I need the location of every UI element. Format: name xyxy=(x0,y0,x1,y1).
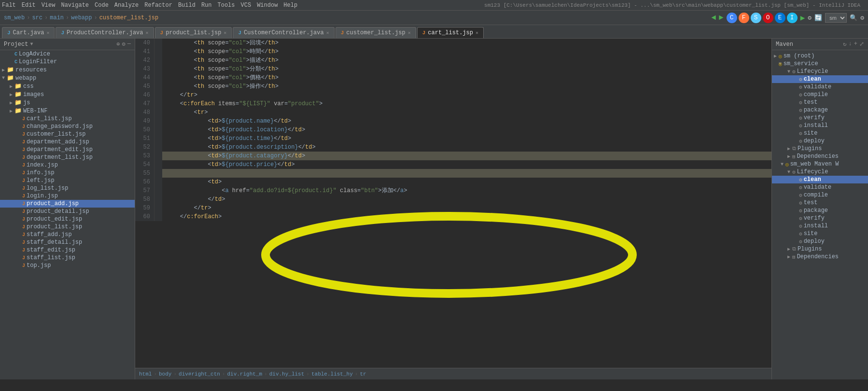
breadcrumb-src[interactable]: src xyxy=(32,14,42,21)
tab-close-cart-list[interactable]: ✕ xyxy=(476,30,478,36)
chrome-icon[interactable]: C xyxy=(727,13,737,23)
menu-code[interactable]: Code xyxy=(95,2,109,9)
tree-item-staff-add-jsp[interactable]: J staff_add.jsp xyxy=(0,231,135,238)
sidebar-minimize-icon[interactable]: — xyxy=(127,41,131,48)
tree-item-webapp[interactable]: ▼ 📁 webapp xyxy=(0,74,135,82)
tree-item-logadvice[interactable]: C LogAdvice xyxy=(0,50,135,58)
tab-cart-java[interactable]: J Cart.java ✕ xyxy=(2,27,55,38)
bc-table-list-hy[interactable]: table.list_hy xyxy=(311,371,353,377)
tab-customer-list-jsp[interactable]: J customer_list.jsp ✕ xyxy=(336,27,416,38)
search-icon[interactable]: 🔍 xyxy=(850,14,857,22)
tree-item-left-jsp[interactable]: J left.jsp xyxy=(0,177,135,184)
breadcrumb-webapp[interactable]: webapp xyxy=(71,14,92,21)
tab-close-customer-list[interactable]: ✕ xyxy=(408,30,411,36)
tree-item-webinf[interactable]: ▶ 📁 WEB-INF xyxy=(0,107,135,115)
tree-item-css[interactable]: ▶ 📁 css xyxy=(0,82,135,90)
menu-refactor[interactable]: Refactor xyxy=(144,2,172,9)
maven-dependencies-1[interactable]: ▶ ⊞ Dependencies xyxy=(772,153,868,160)
bc-tr[interactable]: tr xyxy=(360,371,366,377)
maven-deploy-1[interactable]: ⚙ deploy xyxy=(772,137,868,145)
tab-customer-controller[interactable]: J CustomerController.java ✕ xyxy=(233,27,334,38)
menu-analyze[interactable]: Analyze xyxy=(114,2,139,9)
menu-vcs[interactable]: VCS xyxy=(241,2,252,9)
maven-dependencies-2[interactable]: ▶ ⊞ Dependencies xyxy=(772,253,868,261)
tree-item-staff-detail-jsp[interactable]: J staff_detail.jsp xyxy=(0,238,135,246)
maven-sm-web[interactable]: ▼ ◎ sm_web Maven W xyxy=(772,160,868,168)
run-button[interactable]: ▶ xyxy=(800,13,805,23)
breadcrumb-sm-web[interactable]: sm_web xyxy=(4,14,25,21)
nav-back-icon[interactable]: ◄ xyxy=(711,14,716,22)
menu-edit[interactable]: Edit xyxy=(22,2,36,9)
tree-item-log-list-jsp[interactable]: J log_list.jsp xyxy=(0,184,135,192)
breadcrumb-main[interactable]: main xyxy=(50,14,64,21)
sync-icon[interactable]: 🔄 xyxy=(814,14,822,22)
maven-sm-root[interactable]: ▶ ◎ sm (root) xyxy=(772,52,868,60)
gear-icon[interactable]: ⚙ xyxy=(808,14,812,22)
maven-compile-1[interactable]: ⚙ compile xyxy=(772,91,868,98)
bc-div-right-ctn[interactable]: div#right_ctn xyxy=(179,371,220,377)
maven-sm-service[interactable]: ▼ ◎ sm_service xyxy=(772,60,868,68)
code-editor[interactable]: 40 <th scope="col">回境</th> 41 <th scope=… xyxy=(135,39,771,368)
maven-test-2[interactable]: ⚙ test xyxy=(772,199,868,207)
tab-close-product-list[interactable]: ✕ xyxy=(224,30,226,36)
tree-item-change-password-jsp[interactable]: J change_password.jsp xyxy=(0,123,135,130)
tree-item-staff-edit-jsp[interactable]: J staff_edit.jsp xyxy=(0,246,135,254)
maven-expand-icon[interactable]: ⤢ xyxy=(859,41,864,48)
tab-close-product-controller[interactable]: ✕ xyxy=(146,30,149,36)
tree-item-js[interactable]: ▶ 📁 js xyxy=(0,98,135,107)
tree-item-images[interactable]: ▶ 📁 images xyxy=(0,90,135,98)
safari-icon[interactable]: S xyxy=(751,13,761,23)
maven-plugins-1[interactable]: ▶ ⧉ Plugins xyxy=(772,145,868,153)
maven-site-1[interactable]: ⚙ site xyxy=(772,129,868,137)
tab-product-controller[interactable]: J ProductController.java ✕ xyxy=(56,27,154,38)
maven-verify-1[interactable]: ⚙ verify xyxy=(772,114,868,122)
maven-plugins-2[interactable]: ▶ ⧉ Plugins xyxy=(772,245,868,253)
tree-item-index-jsp[interactable]: J index.jsp xyxy=(0,161,135,169)
tree-item-cart-list-jsp[interactable]: J cart_list.jsp xyxy=(0,115,135,123)
maven-web-lifecycle[interactable]: ▼ ⚙ Lifecycle xyxy=(772,168,868,176)
maven-compile-2[interactable]: ⚙ compile xyxy=(772,191,868,199)
tree-item-top-jsp[interactable]: J top.jsp xyxy=(0,262,135,269)
maven-validate-1[interactable]: ⚙ validate xyxy=(772,83,868,91)
tree-item-dept-add-jsp[interactable]: J department_add.jsp xyxy=(0,138,135,146)
menu-view[interactable]: View xyxy=(42,2,56,9)
maven-download-icon[interactable]: ↓ xyxy=(849,41,852,48)
ie-icon[interactable]: I xyxy=(787,13,798,23)
maven-test-1[interactable]: ⚙ test xyxy=(772,98,868,106)
maven-deploy-2[interactable]: ⚙ deploy xyxy=(772,237,868,245)
tree-item-dept-edit-jsp[interactable]: J department_edit.jsp xyxy=(0,146,135,154)
menu-run[interactable]: Run xyxy=(201,2,212,9)
bc-div-hy-list[interactable]: div.hy_list xyxy=(269,371,305,377)
maven-install-1[interactable]: ⚙ install xyxy=(772,122,868,129)
menu-window[interactable]: Window xyxy=(257,2,278,9)
tree-item-login-jsp[interactable]: J login.jsp xyxy=(0,192,135,200)
tab-close-customer-controller[interactable]: ✕ xyxy=(326,30,329,36)
bc-html[interactable]: html xyxy=(139,371,152,377)
maven-clean-2[interactable]: ⚙ clean xyxy=(772,176,868,183)
project-dropdown[interactable]: ▼ xyxy=(30,42,33,47)
tab-cart-list-jsp[interactable]: J cart_list.jsp ✕ xyxy=(417,27,484,38)
maven-service-lifecycle[interactable]: ▼ ⚙ Lifecycle xyxy=(772,68,868,75)
edge-icon[interactable]: E xyxy=(775,13,785,23)
tree-item-customer-list-jsp[interactable]: J customer_list.jsp xyxy=(0,130,135,138)
sidebar-scope-icon[interactable]: ⊕ xyxy=(116,41,120,48)
menu-help[interactable]: Help xyxy=(283,2,297,9)
opera-icon[interactable]: O xyxy=(763,13,773,23)
tree-item-dept-list-jsp[interactable]: J department_list.jsp xyxy=(0,154,135,161)
tree-item-staff-list-jsp[interactable]: J staff_list.jsp xyxy=(0,254,135,262)
tree-item-loginfilter[interactable]: C LoginFilter xyxy=(0,58,135,66)
menu-build[interactable]: Build xyxy=(178,2,196,9)
bc-body[interactable]: body xyxy=(159,371,171,377)
menu-navigate[interactable]: Navigate xyxy=(61,2,89,9)
maven-package-1[interactable]: ⚙ package xyxy=(772,106,868,114)
tree-item-product-detail-jsp[interactable]: J product_detail.jsp xyxy=(0,208,135,215)
maven-validate-2[interactable]: ⚙ validate xyxy=(772,183,868,191)
bc-div-right-m[interactable]: div.right_m xyxy=(227,371,262,377)
maven-install-2[interactable]: ⚙ install xyxy=(772,222,868,230)
tab-product-list-jsp[interactable]: J product_list.jsp ✕ xyxy=(155,27,232,38)
maven-package-2[interactable]: ⚙ package xyxy=(772,207,868,214)
settings-icon[interactable]: ⚙ xyxy=(860,14,864,22)
tree-item-product-add-jsp[interactable]: J product_add.jsp xyxy=(0,200,135,208)
maven-clean-1[interactable]: ⚙ clean xyxy=(772,75,868,83)
firefox-icon[interactable]: F xyxy=(739,13,749,23)
